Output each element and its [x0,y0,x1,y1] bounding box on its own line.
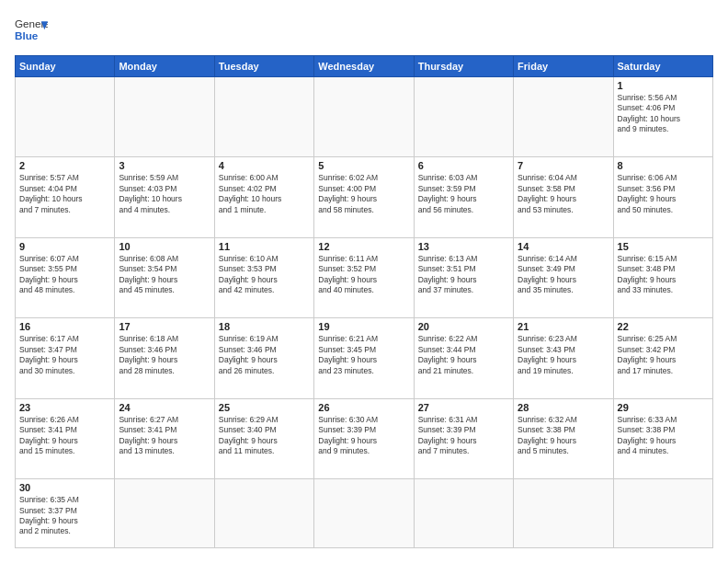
day-info: Sunrise: 6:06 AM Sunset: 3:56 PM Dayligh… [618,173,709,215]
day-cell: 5Sunrise: 6:02 AM Sunset: 4:00 PM Daylig… [314,157,414,237]
weekday-header-thursday: Thursday [414,56,513,77]
day-cell [115,77,214,157]
day-info: Sunrise: 6:15 AM Sunset: 3:48 PM Dayligh… [618,254,709,296]
day-cell: 10Sunrise: 6:08 AM Sunset: 3:54 PM Dayli… [115,237,214,317]
day-cell: 11Sunrise: 6:10 AM Sunset: 3:53 PM Dayli… [214,237,313,317]
day-cell [115,479,214,548]
day-cell: 17Sunrise: 6:18 AM Sunset: 3:46 PM Dayli… [115,318,214,398]
day-info: Sunrise: 6:33 AM Sunset: 3:38 PM Dayligh… [618,415,709,457]
day-number: 27 [418,402,509,413]
day-cell [214,479,313,548]
day-number: 9 [19,241,110,252]
day-info: Sunrise: 6:26 AM Sunset: 3:41 PM Dayligh… [19,415,110,457]
day-number: 6 [418,160,509,171]
weekday-header-tuesday: Tuesday [214,56,313,77]
weekday-header-monday: Monday [115,56,214,77]
day-cell: 8Sunrise: 6:06 AM Sunset: 3:56 PM Daylig… [613,157,712,237]
day-number: 10 [119,241,210,252]
day-info: Sunrise: 6:10 AM Sunset: 3:53 PM Dayligh… [219,254,310,296]
day-cell: 25Sunrise: 6:29 AM Sunset: 3:40 PM Dayli… [214,398,313,478]
day-cell: 21Sunrise: 6:23 AM Sunset: 3:43 PM Dayli… [514,318,613,398]
day-number: 7 [518,160,609,171]
day-cell: 22Sunrise: 6:25 AM Sunset: 3:42 PM Dayli… [613,318,712,398]
day-cell: 14Sunrise: 6:14 AM Sunset: 3:49 PM Dayli… [514,237,613,317]
week-row-3: 9Sunrise: 6:07 AM Sunset: 3:55 PM Daylig… [16,237,713,317]
day-cell: 7Sunrise: 6:04 AM Sunset: 3:58 PM Daylig… [514,157,613,237]
day-info: Sunrise: 6:35 AM Sunset: 3:37 PM Dayligh… [19,495,110,537]
day-info: Sunrise: 6:32 AM Sunset: 3:38 PM Dayligh… [518,415,609,457]
day-info: Sunrise: 6:21 AM Sunset: 3:45 PM Dayligh… [318,334,409,376]
weekday-header-row: SundayMondayTuesdayWednesdayThursdayFrid… [16,56,713,77]
day-cell: 3Sunrise: 5:59 AM Sunset: 4:03 PM Daylig… [115,157,214,237]
day-number: 14 [518,241,609,252]
day-info: Sunrise: 6:23 AM Sunset: 3:43 PM Dayligh… [518,334,609,376]
day-number: 28 [518,402,609,413]
day-cell: 18Sunrise: 6:19 AM Sunset: 3:46 PM Dayli… [214,318,313,398]
day-cell: 27Sunrise: 6:31 AM Sunset: 3:39 PM Dayli… [414,398,513,478]
calendar-page: General Blue SundayMondayTuesdayWednesda… [0,0,728,563]
day-cell [414,77,513,157]
day-number: 25 [219,402,310,413]
day-number: 26 [318,402,409,413]
day-cell: 20Sunrise: 6:22 AM Sunset: 3:44 PM Dayli… [414,318,513,398]
day-number: 30 [19,482,110,493]
day-number: 8 [618,160,709,171]
page-header: General Blue [15,15,713,48]
day-cell: 30Sunrise: 6:35 AM Sunset: 3:37 PM Dayli… [16,479,115,548]
day-info: Sunrise: 6:04 AM Sunset: 3:58 PM Dayligh… [518,173,609,215]
day-cell: 2Sunrise: 5:57 AM Sunset: 4:04 PM Daylig… [16,157,115,237]
day-info: Sunrise: 6:27 AM Sunset: 3:41 PM Dayligh… [119,415,210,457]
day-cell: 24Sunrise: 6:27 AM Sunset: 3:41 PM Dayli… [115,398,214,478]
day-info: Sunrise: 6:07 AM Sunset: 3:55 PM Dayligh… [19,254,110,296]
day-cell [314,77,414,157]
day-cell: 4Sunrise: 6:00 AM Sunset: 4:02 PM Daylig… [214,157,313,237]
day-info: Sunrise: 6:02 AM Sunset: 4:00 PM Dayligh… [318,173,409,215]
day-number: 16 [19,321,110,332]
weekday-header-sunday: Sunday [16,56,115,77]
week-row-2: 2Sunrise: 5:57 AM Sunset: 4:04 PM Daylig… [16,157,713,237]
day-number: 2 [19,160,110,171]
day-number: 5 [318,160,409,171]
svg-text:Blue: Blue [15,29,39,41]
week-row-6: 30Sunrise: 6:35 AM Sunset: 3:37 PM Dayli… [16,479,713,548]
day-info: Sunrise: 6:00 AM Sunset: 4:02 PM Dayligh… [219,173,310,215]
day-number: 11 [219,241,310,252]
day-info: Sunrise: 6:19 AM Sunset: 3:46 PM Dayligh… [219,334,310,376]
day-cell: 15Sunrise: 6:15 AM Sunset: 3:48 PM Dayli… [613,237,712,317]
day-info: Sunrise: 5:56 AM Sunset: 4:06 PM Dayligh… [618,93,709,135]
day-number: 1 [618,80,709,91]
day-info: Sunrise: 6:25 AM Sunset: 3:42 PM Dayligh… [618,334,709,376]
day-number: 17 [119,321,210,332]
day-cell: 28Sunrise: 6:32 AM Sunset: 3:38 PM Dayli… [514,398,613,478]
day-cell: 13Sunrise: 6:13 AM Sunset: 3:51 PM Dayli… [414,237,513,317]
day-cell [16,77,115,157]
day-cell: 19Sunrise: 6:21 AM Sunset: 3:45 PM Dayli… [314,318,414,398]
weekday-header-friday: Friday [514,56,613,77]
day-info: Sunrise: 6:22 AM Sunset: 3:44 PM Dayligh… [418,334,509,376]
weekday-header-saturday: Saturday [613,56,712,77]
week-row-5: 23Sunrise: 6:26 AM Sunset: 3:41 PM Dayli… [16,398,713,478]
day-info: Sunrise: 6:14 AM Sunset: 3:49 PM Dayligh… [518,254,609,296]
day-cell: 12Sunrise: 6:11 AM Sunset: 3:52 PM Dayli… [314,237,414,317]
day-info: Sunrise: 6:17 AM Sunset: 3:47 PM Dayligh… [19,334,110,376]
day-number: 22 [618,321,709,332]
day-cell: 26Sunrise: 6:30 AM Sunset: 3:39 PM Dayli… [314,398,414,478]
day-cell [314,479,414,548]
day-cell: 29Sunrise: 6:33 AM Sunset: 3:38 PM Dayli… [613,398,712,478]
day-info: Sunrise: 5:57 AM Sunset: 4:04 PM Dayligh… [19,173,110,215]
day-number: 23 [19,402,110,413]
logo: General Blue [15,15,48,48]
day-number: 20 [418,321,509,332]
day-info: Sunrise: 6:03 AM Sunset: 3:59 PM Dayligh… [418,173,509,215]
day-cell [613,479,712,548]
day-cell: 1Sunrise: 5:56 AM Sunset: 4:06 PM Daylig… [613,77,712,157]
day-info: Sunrise: 6:13 AM Sunset: 3:51 PM Dayligh… [418,254,509,296]
weekday-header-wednesday: Wednesday [314,56,414,77]
day-number: 21 [518,321,609,332]
logo-icon: General Blue [15,15,48,48]
day-number: 18 [219,321,310,332]
day-info: Sunrise: 6:30 AM Sunset: 3:39 PM Dayligh… [318,415,409,457]
day-cell: 23Sunrise: 6:26 AM Sunset: 3:41 PM Dayli… [16,398,115,478]
day-cell [214,77,313,157]
day-number: 4 [219,160,310,171]
